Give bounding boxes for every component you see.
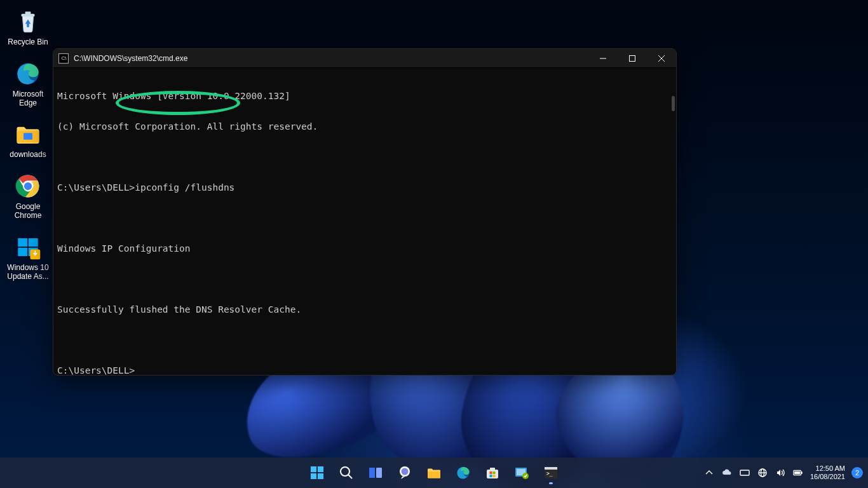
svg-rect-22	[369, 468, 375, 478]
desktop-icon-chrome[interactable]: Google Chrome	[4, 171, 52, 220]
notification-badge[interactable]: 2	[851, 467, 863, 478]
scrollbar-thumb[interactable]	[672, 96, 675, 111]
svg-point-25	[402, 468, 409, 475]
cmd-taskbar-button[interactable]: >_	[538, 460, 564, 485]
svg-line-21	[348, 475, 352, 478]
search-button[interactable]	[334, 460, 359, 485]
terminal-line: C:\Users\DELL>ipconfig /flushdns	[57, 182, 672, 193]
svg-rect-32	[493, 475, 496, 477]
svg-rect-46	[801, 471, 803, 474]
volume-icon[interactable]	[775, 467, 786, 478]
desktop-icon-label: Microsoft Edge	[4, 90, 52, 108]
folder-icon	[13, 119, 43, 149]
terminal-line: Windows IP Configuration	[57, 243, 672, 254]
svg-rect-39	[740, 470, 749, 475]
edge-icon	[13, 58, 43, 89]
maximize-button[interactable]	[618, 49, 647, 68]
desktop-icon-win10-update[interactable]: Windows 10 Update As...	[4, 232, 52, 281]
terminal-output[interactable]: Microsoft Windows [Version 10.0.22000.13…	[53, 68, 676, 376]
desktop-icon-label: Google Chrome	[4, 203, 52, 220]
terminal-line: Microsoft Windows [Version 10.0.22000.13…	[57, 91, 672, 101]
recycle-bin-icon	[13, 6, 43, 37]
terminal-line	[57, 152, 672, 162]
desktop-icon-label: Recycle Bin	[8, 38, 48, 47]
window-title: C:\WINDOWS\system32\cmd.exe	[74, 54, 588, 63]
svg-rect-19	[318, 473, 323, 479]
windows-update-icon	[13, 232, 43, 262]
start-button[interactable]	[304, 460, 330, 485]
onedrive-icon[interactable]	[721, 467, 733, 478]
desktop-icon-recycle-bin[interactable]: Recycle Bin	[4, 6, 52, 47]
svg-rect-47	[794, 471, 800, 474]
svg-rect-31	[490, 475, 492, 477]
titlebar[interactable]: C:\ C:\WINDOWS\system32\cmd.exe	[53, 49, 676, 68]
terminal-line: C:\Users\DELL>	[57, 365, 672, 376]
svg-rect-9	[18, 248, 27, 256]
cmd-window[interactable]: C:\ C:\WINDOWS\system32\cmd.exe Microsof…	[53, 48, 677, 376]
clock-date: 16/08/2021	[810, 473, 845, 481]
battery-icon[interactable]	[792, 467, 804, 478]
svg-rect-13	[630, 55, 635, 61]
svg-rect-17	[318, 466, 323, 472]
desktop-icon-label: downloads	[10, 151, 46, 159]
control-panel-button[interactable]	[509, 460, 534, 485]
svg-rect-29	[490, 471, 492, 474]
terminal-line: Successfully flushed the DNS Resolver Ca…	[57, 304, 672, 315]
system-tray: 12:50 AM 16/08/2021 2	[703, 458, 863, 488]
svg-rect-18	[311, 473, 316, 479]
taskbar-center: >_	[304, 460, 564, 485]
microsoft-store-button[interactable]	[480, 460, 505, 485]
svg-rect-7	[18, 238, 27, 247]
desktop-icons: Recycle Bin Microsoft Edge downloads Goo…	[4, 6, 52, 281]
terminal-line	[57, 274, 672, 284]
clock-time: 12:50 AM	[810, 464, 845, 473]
chat-button[interactable]	[392, 460, 417, 485]
svg-rect-27	[487, 470, 498, 478]
task-view-button[interactable]	[363, 460, 388, 485]
svg-rect-30	[493, 471, 496, 474]
svg-rect-28	[490, 468, 495, 470]
svg-rect-37	[545, 467, 557, 470]
close-button[interactable]	[647, 49, 676, 68]
svg-rect-8	[29, 238, 38, 247]
taskbar: >_ 12:50 AM 16/08/2021 2	[0, 458, 868, 488]
svg-rect-1	[25, 11, 31, 14]
chrome-icon	[13, 171, 43, 201]
edge-taskbar-button[interactable]	[451, 460, 476, 485]
terminal-line	[57, 213, 672, 223]
terminal-line	[57, 335, 672, 345]
network-icon[interactable]	[757, 467, 768, 478]
file-explorer-button[interactable]	[421, 460, 447, 485]
desktop-icon-downloads[interactable]: downloads	[4, 119, 52, 159]
svg-text:>_: >_	[546, 471, 553, 477]
input-indicator-icon[interactable]	[739, 467, 750, 478]
tray-chevron-icon[interactable]	[703, 467, 715, 478]
desktop-icon-edge[interactable]: Microsoft Edge	[4, 58, 52, 108]
cmd-icon: C:\	[58, 53, 69, 64]
terminal-line: (c) Microsoft Corporation. All rights re…	[57, 121, 672, 132]
svg-point-20	[341, 467, 349, 476]
desktop-icon-label: Windows 10 Update As...	[4, 264, 52, 281]
svg-rect-23	[376, 468, 382, 478]
clock[interactable]: 12:50 AM 16/08/2021	[810, 464, 845, 481]
svg-rect-16	[311, 466, 316, 472]
minimize-button[interactable]	[588, 49, 618, 68]
svg-rect-3	[24, 133, 32, 140]
